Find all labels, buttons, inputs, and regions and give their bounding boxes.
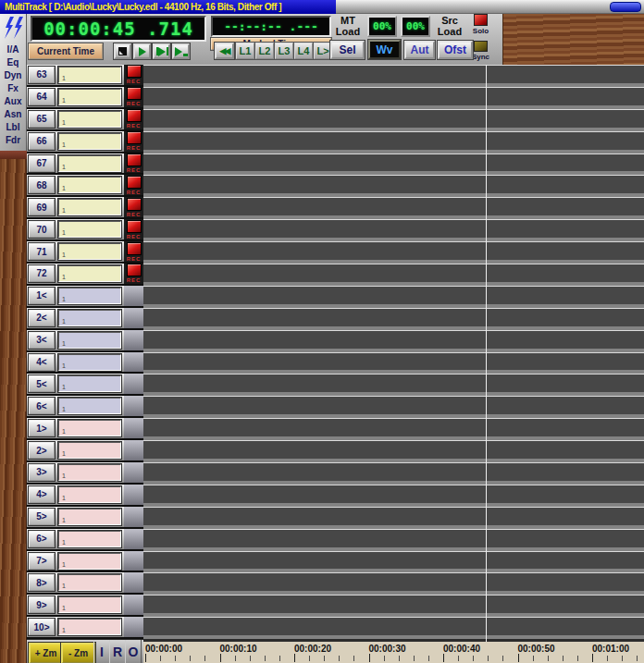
ofst-mode-button[interactable]: Ofst xyxy=(438,41,473,59)
track-name-field[interactable]: 1 xyxy=(58,420,121,436)
track-number-button[interactable]: 5> xyxy=(29,509,55,525)
track-name-field[interactable]: 1 xyxy=(58,398,121,414)
sidebar-item-fx[interactable]: Fx xyxy=(0,82,26,95)
record-button[interactable] xyxy=(127,65,142,78)
track-lane[interactable] xyxy=(143,308,644,330)
track-lane[interactable] xyxy=(143,507,644,529)
track-lane[interactable] xyxy=(143,352,644,374)
record-button[interactable] xyxy=(127,109,142,122)
track-number-button[interactable]: 4< xyxy=(29,354,55,371)
track-name-field[interactable]: 1 xyxy=(58,177,121,193)
track-name-field[interactable]: 1 xyxy=(58,89,121,105)
locate-button-l1[interactable]: L1 xyxy=(236,43,254,59)
record-button[interactable] xyxy=(127,153,142,166)
window-control-pill[interactable] xyxy=(610,2,641,12)
zoom-in-button[interactable]: + Zm xyxy=(29,643,63,663)
track-name-field[interactable]: 1 xyxy=(58,375,121,392)
track-number-button[interactable]: 64 xyxy=(29,89,55,105)
track-lane[interactable] xyxy=(143,109,644,131)
rewind-button[interactable]: ◀◀ xyxy=(215,43,234,59)
locate-button-l2[interactable]: L2 xyxy=(255,43,274,59)
track-lane[interactable] xyxy=(143,551,644,573)
title-bar[interactable]: MultiTrack [ D:\Audio\Lucky\Lucky.edl - … xyxy=(0,0,336,14)
track-lane[interactable] xyxy=(143,286,644,308)
record-button[interactable] xyxy=(127,87,142,100)
sidebar-item-aux[interactable]: Aux xyxy=(0,95,26,108)
track-name-field[interactable]: 1 xyxy=(58,354,121,371)
track-number-button[interactable]: 68 xyxy=(29,177,55,193)
track-lane[interactable] xyxy=(143,374,644,396)
track-name-field[interactable]: 1 xyxy=(58,332,121,349)
track-number-button[interactable]: 2> xyxy=(29,442,55,459)
track-name-field[interactable]: 1 xyxy=(58,442,121,459)
track-lane[interactable] xyxy=(143,241,644,264)
track-number-button[interactable]: 65 xyxy=(29,111,55,128)
track-lane[interactable] xyxy=(143,440,644,462)
track-lane[interactable] xyxy=(143,219,644,241)
timeline-ruler[interactable]: 00:00:0000:00:1000:00:2000:00:3000:00:40… xyxy=(143,639,644,663)
track-name-field[interactable]: 1 xyxy=(58,199,121,215)
current-time-label[interactable]: Current Time xyxy=(29,43,103,59)
sidebar-item-asn[interactable]: Asn xyxy=(0,108,26,121)
track-number-button[interactable]: 1< xyxy=(29,288,55,304)
track-name-field[interactable]: 1 xyxy=(58,265,121,282)
track-number-button[interactable]: 69 xyxy=(29,199,55,215)
r-button[interactable]: R xyxy=(109,640,126,663)
track-name-field[interactable]: 1 xyxy=(58,619,121,635)
record-button[interactable] xyxy=(127,220,142,233)
track-number-button[interactable]: 67 xyxy=(29,155,55,172)
sidebar-item-dyn[interactable]: Dyn xyxy=(0,69,26,82)
track-name-field[interactable]: 1 xyxy=(58,111,121,128)
track-name-field[interactable]: 1 xyxy=(58,574,121,591)
track-lane[interactable] xyxy=(143,595,644,617)
record-button[interactable] xyxy=(127,242,142,255)
track-name-field[interactable]: 1 xyxy=(58,243,121,260)
track-number-button[interactable]: 10> xyxy=(29,619,55,635)
solo-led[interactable] xyxy=(474,14,488,26)
track-lane[interactable] xyxy=(143,485,644,507)
track-number-button[interactable]: 3< xyxy=(29,332,55,349)
track-name-field[interactable]: 1 xyxy=(58,596,121,613)
track-lane[interactable] xyxy=(143,462,644,485)
track-lane[interactable] xyxy=(143,131,644,153)
track-lane[interactable] xyxy=(143,153,644,176)
track-number-button[interactable]: 8> xyxy=(29,574,55,591)
sidebar-item-fdr[interactable]: Fdr xyxy=(0,134,26,147)
track-number-button[interactable]: 70 xyxy=(29,221,55,238)
track-number-button[interactable]: 6< xyxy=(29,398,55,414)
aut-mode-button[interactable]: Aut xyxy=(404,41,435,59)
track-number-button[interactable]: 63 xyxy=(29,67,55,83)
track-lane[interactable] xyxy=(143,572,644,595)
track-number-button[interactable]: 72 xyxy=(29,265,55,282)
track-number-button[interactable]: 3> xyxy=(29,464,55,481)
wv-mode-button[interactable]: Wv xyxy=(368,40,401,59)
i-button[interactable]: I xyxy=(93,640,110,663)
track-number-button[interactable]: 9> xyxy=(29,596,55,613)
track-lane[interactable] xyxy=(143,87,644,109)
track-lane[interactable] xyxy=(143,197,644,219)
track-number-button[interactable]: 4> xyxy=(29,486,55,503)
play-button[interactable] xyxy=(133,43,151,59)
locate-button-l4[interactable]: L4 xyxy=(294,43,313,59)
record-button[interactable] xyxy=(127,264,142,276)
track-number-button[interactable]: 7> xyxy=(29,553,55,570)
record-button[interactable] xyxy=(127,198,142,211)
track-lane[interactable] xyxy=(143,65,644,87)
sidebar-item-lbl[interactable]: Lbl xyxy=(0,121,26,134)
track-lane[interactable] xyxy=(143,330,644,352)
track-name-field[interactable]: 1 xyxy=(58,221,121,238)
track-lane[interactable] xyxy=(143,396,644,418)
record-button[interactable] xyxy=(127,176,142,189)
sel-mode-button[interactable]: Sel xyxy=(330,41,365,59)
track-name-field[interactable]: 1 xyxy=(58,155,121,172)
play-from-mark-button[interactable] xyxy=(153,43,170,59)
track-lane[interactable] xyxy=(143,529,644,551)
sync-led[interactable] xyxy=(474,41,488,52)
track-name-field[interactable]: 1 xyxy=(58,464,121,481)
zoom-out-button[interactable]: - Zm xyxy=(61,643,95,663)
track-lane[interactable] xyxy=(143,264,644,286)
track-name-field[interactable]: 1 xyxy=(58,486,121,503)
track-number-button[interactable]: 66 xyxy=(29,133,55,150)
locate-button-lmore[interactable]: L> xyxy=(314,43,332,59)
track-lane[interactable] xyxy=(143,418,644,440)
